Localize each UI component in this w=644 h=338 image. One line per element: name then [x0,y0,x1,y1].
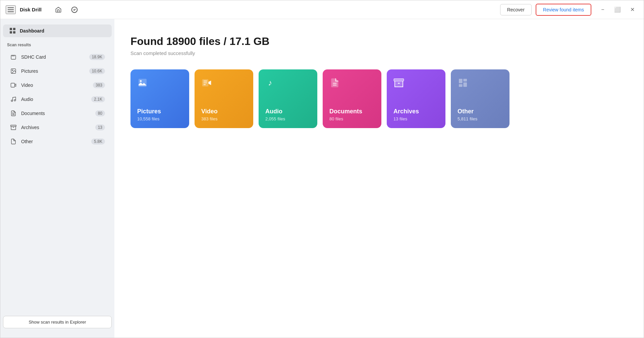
archives-count: 13 [95,124,105,130]
category-card-other[interactable]: Other 5,811 files [451,69,509,128]
svg-point-6 [12,70,13,70]
title-bar-actions: Recover Review found items [500,4,591,16]
minimize-button[interactable]: − [597,4,609,16]
other-card-name: Other [458,108,503,115]
pictures-card-count: 10,558 files [137,116,182,121]
other-count: 5.8K [91,138,105,145]
pictures-card-name: Pictures [137,108,182,115]
sidebar-item-sdhc-card[interactable]: SDHC Card 18.9K [3,50,112,64]
svg-rect-29 [459,84,463,87]
svg-rect-13 [11,125,16,126]
close-button[interactable]: ✕ [626,4,638,16]
category-card-pictures[interactable]: Pictures 10,558 files [130,69,189,128]
category-card-video[interactable]: Video 383 files [195,69,253,128]
video-count: 383 [93,82,105,88]
audio-count: 2.1K [91,96,105,102]
sdhc-card-icon [10,53,17,61]
check-button[interactable] [68,4,80,16]
title-bar: Disk Drill Recover Review found items [0,0,644,19]
video-icon [10,81,17,89]
show-explorer-button[interactable]: Show scan results in Explorer [3,316,112,328]
home-icon [55,6,62,13]
sidebar-footer: Show scan results in Explorer [0,312,114,332]
other-label: Other [21,139,87,144]
documents-card-name: Documents [329,108,375,115]
documents-label: Documents [21,111,91,116]
archives-card-count: 13 files [393,116,439,121]
sidebar-item-documents[interactable]: Documents 80 [3,107,112,120]
archives-icon [10,124,17,131]
audio-label: Audio [21,97,87,102]
other-card-count: 5,811 files [458,116,503,121]
maximize-button[interactable]: ⬜ [611,4,624,16]
other-icon [10,138,17,145]
svg-rect-19 [204,80,207,81]
archives-label: Archives [21,125,91,130]
svg-point-16 [140,80,142,82]
documents-count: 80 [95,110,105,116]
svg-rect-21 [204,84,206,85]
scan-status: Scan completed successfully [130,50,628,56]
svg-rect-25 [394,79,404,81]
pictures-label: Pictures [21,68,85,74]
sidebar: Dashboard Scan results SDHC Card 18.9K [0,19,114,338]
sidebar-item-archives[interactable]: Archives 13 [3,121,112,134]
recover-button[interactable]: Recover [500,4,532,15]
documents-card-icon [329,77,340,91]
category-card-audio[interactable]: ♪ Audio 2,055 files [259,69,317,128]
audio-icon [10,96,17,103]
documents-card-count: 80 files [329,116,375,121]
svg-rect-15 [139,79,147,87]
archives-card-name: Archives [393,108,439,115]
svg-point-10 [14,100,16,101]
pictures-count: 10.6K [89,68,105,74]
video-card-name: Video [201,108,247,115]
sdhc-count: 18.9K [89,54,105,60]
svg-rect-1 [11,55,16,59]
scan-results-heading: Scan results [0,40,114,50]
svg-rect-7 [11,83,15,87]
svg-point-9 [11,100,13,102]
video-label: Video [21,82,89,88]
sidebar-item-dashboard[interactable]: Dashboard [3,24,112,37]
archives-card-icon [393,77,404,91]
found-title: Found 18900 files / 17.1 GB [130,35,628,48]
category-grid: Pictures 10,558 files Video [130,69,628,128]
audio-card-icon: ♪ [265,77,276,91]
sidebar-item-video[interactable]: Video 383 [3,78,112,92]
home-button[interactable] [52,4,64,16]
sidebar-item-other[interactable]: Other 5.8K [3,135,112,148]
app-title: Disk Drill [20,7,42,12]
svg-rect-28 [463,79,467,81]
window-controls: − ⬜ ✕ [597,4,638,16]
documents-icon [10,110,17,117]
audio-card-name: Audio [265,108,311,115]
category-card-documents[interactable]: Documents 80 files [323,69,381,128]
dashboard-label: Dashboard [20,28,44,34]
svg-text:♪: ♪ [268,78,272,87]
review-found-items-button[interactable]: Review found items [536,4,591,16]
sidebar-item-pictures[interactable]: Pictures 10.6K [3,64,112,78]
dashboard-icon [10,28,16,34]
pictures-card-icon [137,77,148,91]
sidebar-item-audio[interactable]: Audio 2.1K [3,93,112,106]
audio-card-count: 2,055 files [265,116,311,121]
video-card-icon [201,77,212,91]
sdhc-label: SDHC Card [21,54,85,60]
category-card-archives[interactable]: Archives 13 files [387,69,445,128]
svg-rect-30 [463,82,467,87]
check-icon [71,6,78,13]
menu-button[interactable] [6,5,16,14]
title-bar-left: Disk Drill [6,5,42,14]
video-card-count: 383 files [201,116,247,121]
svg-marker-18 [208,80,211,85]
pictures-icon [10,67,17,75]
other-card-icon [458,77,468,91]
svg-rect-20 [204,82,207,83]
main-layout: Dashboard Scan results SDHC Card 18.9K [0,19,644,338]
svg-rect-27 [459,79,463,83]
content-area: Found 18900 files / 17.1 GB Scan complet… [114,19,644,338]
